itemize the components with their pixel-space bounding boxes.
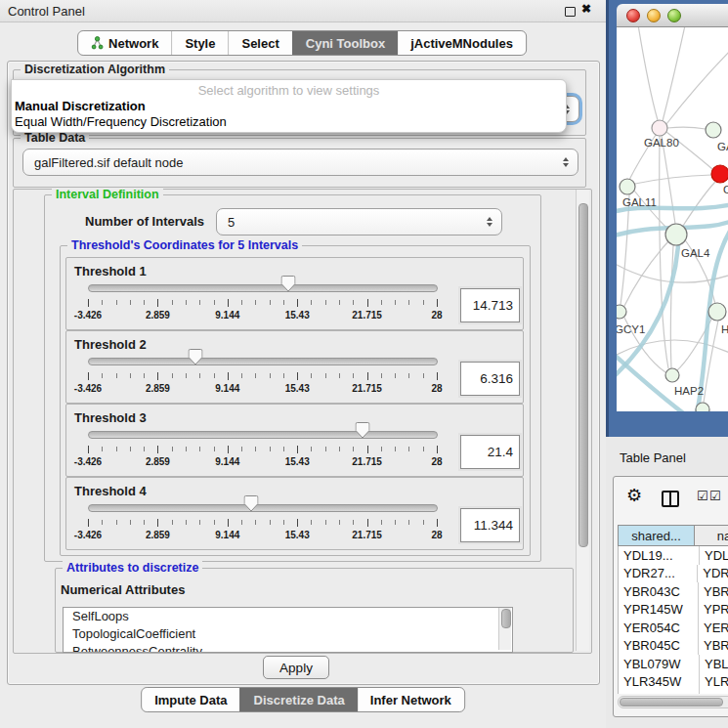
table-cell[interactable]: YDL19... <box>619 548 699 563</box>
slider-tick <box>214 447 215 451</box>
numerical-attributes-list[interactable]: SelfLoopsTopologicalCoefficientBetweenne… <box>63 607 513 653</box>
table-column-header[interactable]: na <box>695 525 728 546</box>
table-row[interactable]: YBR045CYBR0 <box>619 637 728 656</box>
network-canvas[interactable]: GAL80GACGAL11GAL4GCY1HHAP2 <box>617 27 728 411</box>
close-icon[interactable]: ✖ <box>581 2 591 16</box>
network-node-gcy1[interactable] <box>617 305 626 319</box>
mac-minimize-icon[interactable] <box>647 9 661 22</box>
network-edge[interactable] <box>663 27 690 121</box>
table-cell[interactable]: YIL052C <box>619 693 699 694</box>
control-panel-title: Control Panel <box>8 4 85 19</box>
table-row[interactable]: YIL052CYIL0 <box>619 691 728 694</box>
tab-label: Network <box>108 36 158 51</box>
float-window-icon[interactable] <box>565 7 576 17</box>
network-node-gal11[interactable] <box>620 179 635 194</box>
network-node-c[interactable] <box>711 165 728 183</box>
tab-select[interactable]: Select <box>228 31 291 55</box>
settings-gear-icon[interactable]: ⚙ <box>626 487 642 504</box>
mac-close-icon[interactable] <box>626 9 640 22</box>
table-cell[interactable]: YBR043C <box>619 584 698 599</box>
threshold-slider-track[interactable] <box>88 284 438 292</box>
table-horizontal-scrollbar[interactable] <box>618 696 728 708</box>
table-cell[interactable]: YER0 <box>698 619 728 637</box>
split-columns-icon[interactable] <box>662 491 679 507</box>
threshold-slider-thumb[interactable] <box>189 349 203 365</box>
table-cell[interactable]: YDR2 <box>697 565 728 583</box>
threshold-slider-track[interactable] <box>88 358 438 365</box>
table-row[interactable]: YDL19...YDL1 <box>619 546 728 565</box>
table-row[interactable]: YBR043CYBR0 <box>619 582 728 601</box>
algorithm-option-equal-width[interactable]: Equal Width/Frequency Discretization <box>15 114 227 129</box>
threshold-slider-track[interactable] <box>88 504 438 512</box>
threshold-panel: Threshold 3 -3.4262.8599.14415.4321.7152… <box>65 404 524 477</box>
network-edge[interactable] <box>667 127 706 129</box>
threshold-slider-thumb[interactable] <box>356 422 370 439</box>
tab-jactivemnodules[interactable]: jActiveMNodules <box>398 31 526 55</box>
attributes-list-scrollbar[interactable] <box>498 608 511 650</box>
attribute-list-item[interactable]: TopologicalCoefficient <box>64 625 512 643</box>
algorithm-option-manual[interactable]: Manual Discretization <box>15 99 146 113</box>
threshold-slider-thumb[interactable] <box>281 276 296 292</box>
slider-tick <box>116 300 117 305</box>
network-node[interactable] <box>696 403 709 411</box>
network-edge[interactable] <box>670 245 673 368</box>
table-column-header[interactable]: shared... <box>618 525 695 546</box>
network-node-hap2[interactable] <box>665 368 679 382</box>
number-of-intervals-spinner[interactable]: 5 <box>216 208 502 236</box>
threshold-slider-thumb[interactable] <box>244 495 259 512</box>
table-row[interactable]: YLR345WYLR3 <box>619 673 728 692</box>
network-edge[interactable] <box>636 27 658 120</box>
table-cell[interactable]: YIL0 <box>699 691 728 694</box>
network-node-gal4[interactable] <box>665 224 687 245</box>
tab-style[interactable]: Style <box>171 31 228 55</box>
table-row[interactable]: YBL079WYBL0 <box>619 655 728 673</box>
tab-impute-data[interactable]: Impute Data <box>142 688 239 711</box>
settings-scrollbar[interactable] <box>576 190 589 651</box>
tab-infer-network[interactable]: Infer Network <box>358 688 464 711</box>
network-node-h[interactable] <box>708 303 726 321</box>
network-window-titlebar[interactable] <box>617 4 728 27</box>
network-node-gal80[interactable] <box>652 120 667 136</box>
tab-discretize-data[interactable]: Discretize Data <box>240 688 358 711</box>
network-node-ga[interactable] <box>706 122 721 138</box>
table-row[interactable]: YER054CYER0 <box>619 619 728 637</box>
threshold-value-field[interactable]: 6.316 <box>460 362 520 396</box>
network-edge[interactable] <box>683 182 715 226</box>
threshold-value-field[interactable]: 14.713 <box>460 288 520 322</box>
table-cell[interactable]: YBL079W <box>619 657 699 671</box>
table-row[interactable]: YPR145WYPR1 <box>619 601 728 620</box>
threshold-value-field[interactable]: 11.344 <box>460 508 520 542</box>
table-data-combobox[interactable]: galFiltered.sif default node <box>22 149 578 176</box>
scrollbar-thumb[interactable] <box>501 609 511 628</box>
attribute-list-item[interactable]: SelfLoops <box>64 608 512 625</box>
checkbox-checked-icon[interactable]: ☑ <box>697 490 708 502</box>
table-cell[interactable]: YBL0 <box>699 655 728 673</box>
table-cell[interactable]: YLR345W <box>619 674 699 689</box>
scrollbar-thumb[interactable] <box>578 203 588 547</box>
tab-network[interactable]: Network <box>78 31 171 55</box>
threshold-slider-track[interactable] <box>88 431 438 439</box>
network-edge[interactable] <box>635 175 711 184</box>
table-cell[interactable]: YDL1 <box>699 546 728 565</box>
table-cell[interactable]: YDR27... <box>619 566 697 580</box>
algorithm-placeholder-option[interactable]: Select algorithm to view settings <box>12 83 566 98</box>
table-cell[interactable]: YER054C <box>619 621 698 635</box>
table-row[interactable]: YDR27...YDR2 <box>619 565 728 583</box>
tab-cyni-toolbox[interactable]: Cyni Toolbox <box>292 31 398 55</box>
table-cell[interactable]: YBR0 <box>698 582 728 601</box>
slider-tick <box>395 373 396 378</box>
table-cell[interactable]: YBR045C <box>619 638 698 653</box>
table-cell[interactable]: YLR3 <box>699 673 728 692</box>
table-cell[interactable]: YPR145W <box>619 602 698 617</box>
network-edge[interactable] <box>662 136 675 224</box>
table-cell[interactable]: YPR1 <box>698 601 728 620</box>
scrollbar-thumb[interactable] <box>620 698 723 707</box>
apply-button[interactable]: Apply <box>263 656 329 679</box>
network-edge[interactable] <box>617 350 690 411</box>
mac-zoom-icon[interactable] <box>667 9 681 22</box>
table-cell[interactable]: YBR0 <box>698 637 728 656</box>
threshold-value-field[interactable]: 21.4 <box>460 435 520 469</box>
network-edge[interactable] <box>666 42 728 124</box>
checkbox-checked-icon[interactable]: ☑ <box>709 490 721 502</box>
attribute-list-item[interactable]: BetweennessCentrality <box>64 643 512 653</box>
